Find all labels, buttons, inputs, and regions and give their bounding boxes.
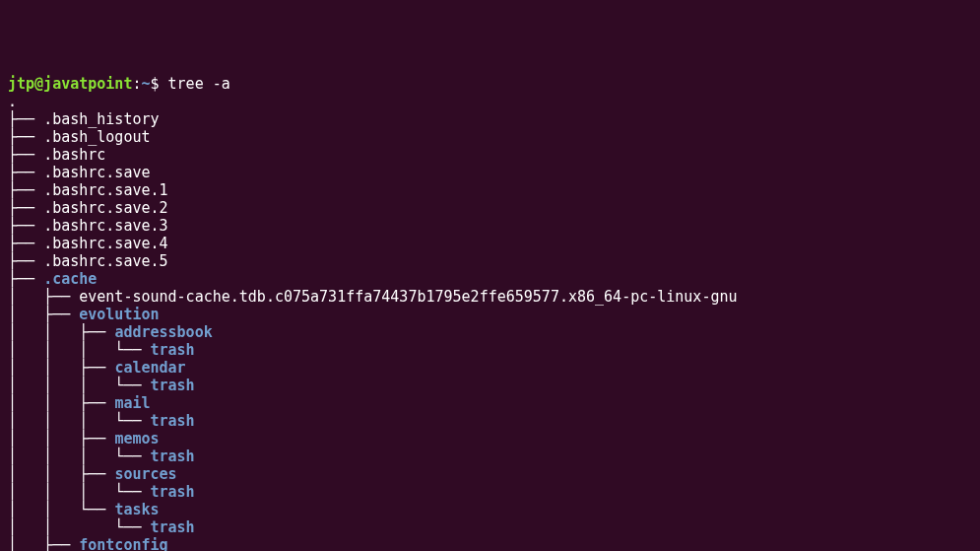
tree-branch: │ │ ├──: [8, 394, 114, 412]
prompt-path: ~: [141, 75, 150, 93]
tree-entry: .bash_logout: [43, 128, 150, 146]
tree-entry: .bashrc.save.1: [43, 181, 167, 199]
tree-entry: addressbook: [114, 323, 212, 341]
tree-entry: trash: [151, 483, 195, 501]
tree-branch: ├──: [8, 252, 43, 270]
tree-entry: evolution: [79, 306, 159, 323]
tree-entry: sources: [114, 465, 176, 483]
tree-branch: ├──: [8, 235, 43, 252]
tree-branch: │ │ └──: [8, 518, 151, 536]
tree-root: .: [8, 93, 17, 110]
tree-branch: ├──: [8, 128, 43, 146]
tree-entry: .bashrc: [43, 146, 105, 164]
tree-entry: event-sound-cache.tdb.c075a731ffa74437b1…: [79, 288, 737, 306]
tree-entry: trash: [151, 341, 195, 359]
prompt-line[interactable]: jtp@javatpoint:~$ tree -a: [8, 75, 230, 93]
terminal-output: jtp@javatpoint:~$ tree -a . ├── .bash_hi…: [8, 75, 972, 551]
tree-branch: │ │ │ └──: [8, 448, 151, 465]
tree-branch: │ ├──: [8, 306, 79, 323]
tree-entry: .bashrc.save: [43, 164, 150, 181]
tree-entry: .bashrc.save.3: [43, 217, 167, 235]
tree-entry: trash: [151, 412, 195, 430]
tree-branch: │ ├──: [8, 288, 79, 306]
tree-entry: .bash_history: [43, 110, 159, 128]
tree-branch: │ │ ├──: [8, 465, 114, 483]
tree-branch: │ │ ├──: [8, 323, 114, 341]
command-text: tree -a: [168, 75, 230, 93]
tree-entry: .bashrc.save.5: [43, 252, 167, 270]
tree-branch: │ │ │ └──: [8, 341, 151, 359]
tree-entry: calendar: [114, 359, 185, 377]
tree-entry: .bashrc.save.4: [43, 235, 167, 252]
tree-entry: .bashrc.save.2: [43, 199, 167, 217]
tree-branch: ├──: [8, 164, 43, 181]
tree-branch: ├──: [8, 217, 43, 235]
prompt-user-host: jtp@javatpoint: [8, 75, 132, 93]
tree-entry: .cache: [43, 270, 97, 288]
tree-entry: mail: [114, 394, 150, 412]
tree-branch: │ │ └──: [8, 501, 114, 518]
tree-branch: │ │ │ └──: [8, 483, 151, 501]
prompt-dollar: $: [151, 75, 168, 93]
tree-branch: ├──: [8, 181, 43, 199]
tree-branch: │ │ ├──: [8, 430, 114, 448]
tree-branch: ├──: [8, 199, 43, 217]
tree-branch: │ │ ├──: [8, 359, 114, 377]
tree-entry: fontconfig: [79, 536, 167, 551]
tree-branch: ├──: [8, 270, 43, 288]
tree-entry: tasks: [114, 501, 159, 518]
tree-entry: trash: [151, 448, 195, 465]
tree-branch: │ ├──: [8, 536, 79, 551]
tree-entry: trash: [151, 377, 195, 394]
tree-branch: ├──: [8, 110, 43, 128]
tree-entry: memos: [114, 430, 159, 448]
tree-branch: │ │ │ └──: [8, 377, 151, 394]
tree-branch: ├──: [8, 146, 43, 164]
tree-branch: │ │ │ └──: [8, 412, 151, 430]
tree-entry: trash: [151, 518, 195, 536]
